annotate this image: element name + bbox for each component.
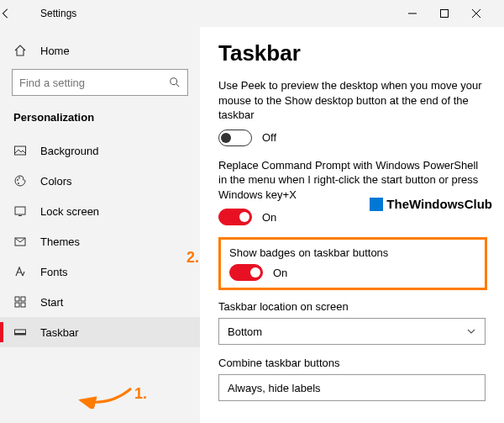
search-input[interactable]: [19, 77, 169, 89]
nav-label: Background: [40, 145, 98, 157]
combine-select[interactable]: Always, hide labels: [218, 374, 486, 401]
minimize-button[interactable]: [408, 9, 440, 18]
search-box[interactable]: [12, 69, 188, 96]
svg-rect-13: [15, 297, 19, 301]
themes-icon: [13, 235, 27, 248]
page-heading: Taskbar: [218, 40, 487, 66]
peek-description: Use Peek to preview the desktop when you…: [218, 78, 487, 123]
fonts-icon: [13, 265, 27, 278]
powershell-state: On: [262, 211, 276, 224]
nav-themes[interactable]: Themes: [0, 226, 200, 256]
svg-line-5: [176, 84, 180, 87]
badges-state: On: [273, 267, 287, 279]
nav-label: Start: [40, 296, 63, 309]
badges-highlight-box: Show badges on taskbar buttons On: [218, 237, 487, 290]
nav-taskbar[interactable]: Taskbar: [0, 317, 200, 347]
search-icon: [169, 77, 181, 88]
lock-screen-icon: [13, 204, 27, 218]
titlebar: Settings: [0, 0, 504, 27]
powershell-toggle[interactable]: [218, 209, 252, 225]
svg-rect-15: [15, 303, 19, 307]
back-button[interactable]: [0, 8, 37, 19]
nav-lock-screen[interactable]: Lock screen: [0, 196, 200, 226]
close-button[interactable]: [472, 9, 504, 18]
window-title: Settings: [37, 8, 408, 19]
nav-label: Themes: [40, 235, 80, 248]
svg-rect-6: [15, 146, 26, 155]
peek-toggle[interactable]: [218, 130, 252, 146]
svg-rect-10: [15, 207, 25, 214]
palette-icon: [13, 174, 27, 188]
svg-rect-16: [21, 303, 25, 307]
main-panel: Taskbar Use Peek to preview the desktop …: [200, 27, 504, 423]
combine-label: Combine taskbar buttons: [218, 357, 487, 369]
nav-home-label: Home: [40, 45, 70, 57]
maximize-button[interactable]: [440, 9, 472, 18]
svg-point-9: [18, 182, 19, 184]
nav-fonts[interactable]: Fonts: [0, 256, 200, 287]
chevron-down-icon: [466, 326, 476, 336]
location-select[interactable]: Bottom: [218, 318, 486, 345]
svg-rect-11: [18, 215, 22, 216]
svg-point-4: [171, 78, 177, 85]
svg-rect-18: [15, 333, 26, 335]
location-label: Taskbar location on screen: [218, 300, 487, 313]
svg-rect-14: [21, 297, 25, 301]
nav-label: Fonts: [40, 266, 68, 278]
powershell-description: Replace Command Prompt with Windows Powe…: [218, 158, 487, 203]
nav-label: Lock screen: [40, 205, 99, 218]
taskbar-icon: [13, 325, 27, 339]
svg-point-8: [18, 177, 20, 179]
svg-point-7: [17, 179, 18, 181]
nav-label: Taskbar: [40, 326, 79, 339]
svg-rect-1: [441, 10, 449, 18]
picture-icon: [13, 144, 27, 157]
start-icon: [13, 295, 27, 309]
nav-home[interactable]: Home: [0, 37, 200, 64]
nav-start[interactable]: Start: [0, 287, 200, 317]
badges-label: Show badges on taskbar buttons: [229, 246, 476, 259]
location-value: Bottom: [228, 325, 262, 338]
sidebar: Home Personalization Background Colors L…: [0, 27, 200, 423]
nav-background[interactable]: Background: [0, 135, 200, 166]
nav-label: Colors: [40, 175, 72, 188]
combine-value: Always, hide labels: [228, 382, 321, 394]
nav-colors[interactable]: Colors: [0, 166, 200, 196]
badges-toggle[interactable]: [229, 264, 263, 281]
category-header: Personalization: [0, 106, 200, 135]
home-icon: [13, 44, 27, 57]
peek-state: Off: [262, 131, 276, 144]
